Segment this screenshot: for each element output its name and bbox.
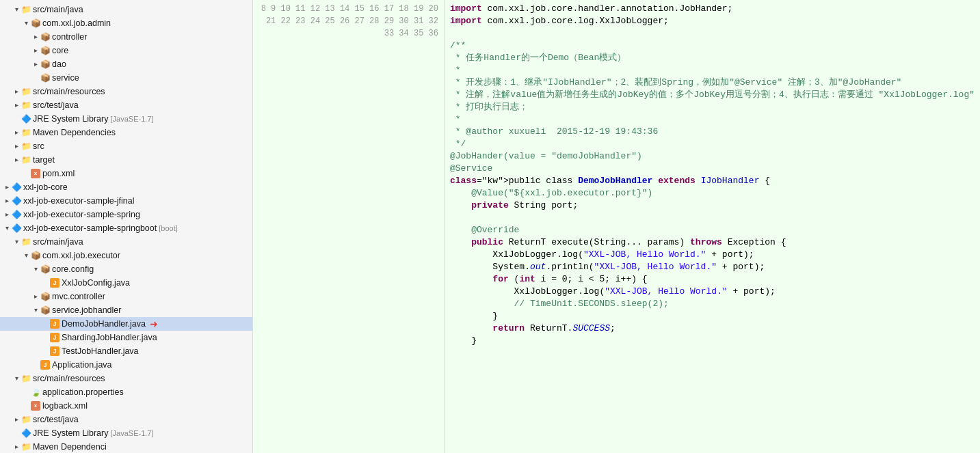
- tree-arrow[interactable]: ▾: [12, 236, 21, 248]
- tree-item-xxljobconfig-java[interactable]: JXxlJobConfig.java: [0, 276, 252, 290]
- tree-label: Application.java: [52, 359, 112, 371]
- tree-arrow[interactable]: ▾: [22, 249, 30, 262]
- tree-label: core.config: [52, 263, 94, 275]
- tree-label: service: [52, 72, 79, 84]
- tree-arrow[interactable]: ▸: [31, 44, 40, 57]
- line-numbers: 8 9 10 11 12 13 14 15 16 17 18 19 20 21 …: [253, 0, 445, 453]
- tree-label: logback.xml: [42, 400, 88, 412]
- tree-item-jre-system-2[interactable]: 🔷JRE System Library [JavaSE-1.7]: [0, 426, 252, 440]
- java-icon: J: [50, 333, 59, 342]
- project-icon: 🔷: [21, 114, 31, 124]
- tree-item-application-java[interactable]: JApplication.java: [0, 358, 252, 372]
- code-editor: 8 9 10 11 12 13 14 15 16 17 18 19 20 21 …: [253, 0, 980, 453]
- tree-item-pom-xml[interactable]: xpom.xml: [0, 167, 252, 180]
- tree-label: Maven Dependenci: [33, 441, 107, 453]
- tree-label: application.properties: [42, 386, 124, 398]
- tree-item-src-test-java[interactable]: ▸📁src/test/java: [0, 98, 252, 112]
- tree-item-com-xxl-job-executor[interactable]: ▾📦com.xxl.job.executor: [0, 249, 252, 262]
- tree-label: src/main/resources: [33, 85, 105, 98]
- folder-icon: 📁: [21, 237, 31, 247]
- tree-item-controller[interactable]: ▸📦controller: [0, 30, 252, 44]
- tree-item-target[interactable]: ▸📁target: [0, 153, 252, 167]
- tree-item-src-2[interactable]: ▸📁src: [0, 139, 252, 153]
- package-icon: 📦: [40, 292, 50, 301]
- project-icon: 🔷: [12, 223, 21, 233]
- package-icon: 📦: [40, 59, 50, 69]
- tree-label: TestJobHandler.java: [62, 345, 139, 357]
- tree-item-xxl-job-executor-jfinal[interactable]: ▸🔷xxl-job-executor-sample-jfinal: [0, 194, 252, 208]
- tree-arrow[interactable]: ▸: [12, 126, 21, 139]
- tree-item-jre-system[interactable]: 🔷JRE System Library [JavaSE-1.7]: [0, 112, 252, 126]
- tree-label: controller: [52, 31, 87, 43]
- tree-item-maven-deps[interactable]: ▸📁Maven Dependencies: [0, 126, 252, 139]
- tree-item-src-test-java-2[interactable]: ▸📁src/test/java: [0, 413, 252, 426]
- tree-arrow[interactable]: ▸: [3, 195, 11, 207]
- tree-item-maven-deps-2[interactable]: ▸📁Maven Dependenci: [0, 440, 252, 453]
- tree-item-src-main-resources[interactable]: ▸📁src/main/resources: [0, 85, 252, 98]
- tree-item-xxl-job-core[interactable]: ▸🔷xxl-job-core: [0, 180, 252, 194]
- tree-arrow[interactable]: ▾: [22, 17, 30, 29]
- tree-label: XxlJobConfig.java: [62, 277, 130, 289]
- tree-label: com.xxl.job.admin: [42, 17, 111, 29]
- tree-label: xxl-job-core: [23, 181, 68, 193]
- tree-arrow[interactable]: ▸: [12, 99, 21, 111]
- tree-arrow[interactable]: ▸: [31, 58, 40, 70]
- tree-arrow[interactable]: ▸: [12, 154, 21, 166]
- tree-item-dao[interactable]: ▸📦dao: [0, 57, 252, 71]
- folder-icon: 📁: [21, 5, 31, 14]
- tree-item-testjobhandler-java[interactable]: JTestJobHandler.java: [0, 344, 252, 358]
- tree-item-application-properties[interactable]: 🍃application.properties: [0, 385, 252, 399]
- file-arrow-indicator: ➜: [150, 318, 158, 330]
- tree-label: com.xxl.job.executor: [42, 249, 120, 262]
- tree-label: dao: [52, 58, 66, 70]
- tree-arrow[interactable]: ▾: [3, 222, 11, 234]
- package-icon: 📦: [40, 32, 50, 42]
- xml-icon: x: [31, 401, 40, 411]
- tree-item-service-jobhandler[interactable]: ▾📦service.jobhandler: [0, 303, 252, 317]
- tree-label: DemoJobHandler.java: [62, 318, 146, 330]
- tree-label: core: [52, 44, 68, 57]
- tree-item-service-1[interactable]: 📦service: [0, 71, 252, 85]
- tree-label: src/test/java: [33, 99, 79, 111]
- tree-item-src-main-java-1[interactable]: ▾📁src/main/java: [0, 3, 252, 16]
- tree-arrow[interactable]: ▸: [31, 31, 40, 43]
- tree-label: service.jobhandler: [52, 304, 121, 316]
- tree-item-xxl-job-executor-springboot[interactable]: ▾🔷xxl-job-executor-sample-springboot [bo…: [0, 221, 252, 235]
- tree-item-demojobhandler-java[interactable]: JDemoJobHandler.java➜: [0, 317, 252, 331]
- package-icon: 📦: [40, 264, 50, 274]
- folder-icon: 📁: [21, 100, 31, 110]
- tree-arrow[interactable]: ▾: [31, 304, 40, 316]
- folder-icon: 📁: [21, 415, 31, 424]
- java-icon: J: [50, 278, 59, 288]
- tree-arrow[interactable]: ▾: [12, 372, 21, 385]
- tree-item-core[interactable]: ▸📦core: [0, 44, 252, 57]
- tree-label: xxl-job-executor-sample-spring: [23, 208, 140, 221]
- package-icon: 📦: [40, 46, 50, 55]
- tree-arrow[interactable]: ▸: [3, 208, 11, 221]
- java-icon: J: [50, 319, 59, 329]
- code-content: import com.xxl.job.core.handler.annotati…: [445, 0, 980, 453]
- tree-arrow[interactable]: ▸: [12, 85, 21, 98]
- tree-arrow[interactable]: ▸: [12, 413, 21, 426]
- tree-item-shardingjobhandler-java[interactable]: JShardingJobHandler.java: [0, 331, 252, 344]
- tree-item-mvc-controller[interactable]: ▸📦mvc.controller: [0, 290, 252, 303]
- tree-item-xxl-job-executor-spring[interactable]: ▸🔷xxl-job-executor-sample-spring: [0, 208, 252, 221]
- package-icon: 📦: [31, 251, 40, 260]
- file-tree[interactable]: ▾📁src/main/java▾📦com.xxl.job.admin▸📦cont…: [0, 0, 253, 453]
- tree-arrow[interactable]: ▸: [3, 181, 11, 193]
- tree-item-com-xxl-job-admin[interactable]: ▾📦com.xxl.job.admin: [0, 16, 252, 30]
- xml-icon: x: [31, 169, 40, 178]
- tree-arrow[interactable]: ▾: [12, 3, 21, 16]
- tree-arrow[interactable]: ▸: [31, 290, 40, 303]
- tree-arrow[interactable]: ▸: [12, 140, 21, 152]
- package-icon: 📦: [40, 73, 50, 83]
- tree-item-src-main-java-2[interactable]: ▾📁src/main/java: [0, 235, 252, 249]
- tree-arrow[interactable]: ▾: [31, 263, 40, 275]
- tree-label: Maven Dependencies: [33, 126, 116, 139]
- tree-item-core-config[interactable]: ▾📦core.config: [0, 262, 252, 276]
- tree-item-logback-xml[interactable]: xlogback.xml: [0, 399, 252, 413]
- tree-label: src/main/java: [33, 236, 83, 248]
- tree-arrow[interactable]: ▸: [12, 441, 21, 453]
- tree-label: ShardingJobHandler.java: [62, 331, 157, 344]
- tree-item-src-main-resources-2[interactable]: ▾📁src/main/resources: [0, 372, 252, 385]
